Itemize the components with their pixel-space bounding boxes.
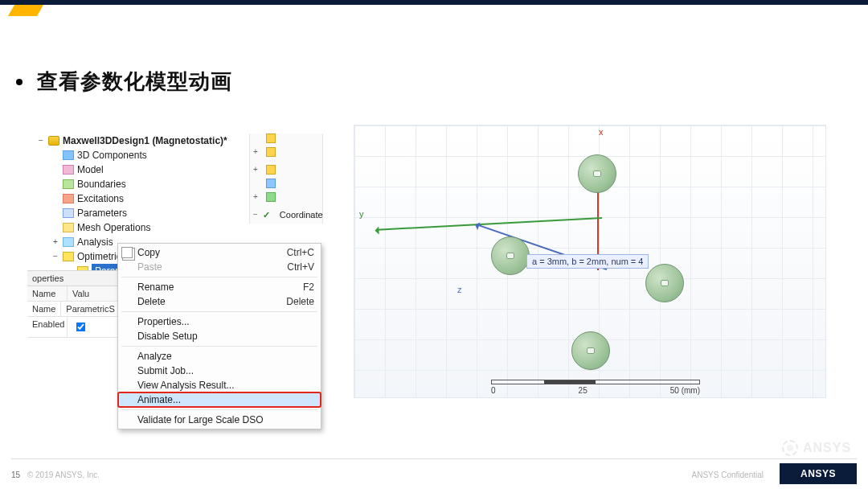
slide-top-border [0,0,868,5]
tree2-row[interactable] [250,179,322,188]
solid-icon [266,179,276,188]
cylinder-object[interactable] [578,154,616,193]
context-menu[interactable]: CopyCtrl+C PasteCtrl+V RenameF2 DeleteDe… [117,243,321,429]
scale-tick-1: 25 [579,386,588,395]
tree-root-label: Maxwell3DDesign1 (Magnetostatic)* [63,134,227,148]
ctx-separator [121,346,317,347]
watermark-logo: ANSYS [776,438,857,458]
analysis-icon [63,237,74,247]
scale-tick-2: 50 (mm) [670,386,700,395]
ctx-delete[interactable]: DeleteDelete [118,294,321,309]
tree-item-excitations[interactable]: Excitations [37,191,246,206]
confidential-text: ANSYS Confidential [692,471,764,479]
ctx-disable-setup[interactable]: Disable Setup [118,329,321,343]
ctx-animate[interactable]: Animate... [118,392,321,407]
mesh-icon [63,223,74,232]
property-row-enabled[interactable]: Enabled [27,317,117,338]
cylinder-object[interactable] [491,236,530,275]
tree-root[interactable]: − Maxwell3DDesign1 (Magnetostatic)* [37,134,246,148]
axis-z-label: z [457,285,462,294]
properties-header: Name Valu [27,286,117,302]
axis-y-label: y [359,209,364,219]
property-label: Enabled [27,317,68,337]
ctx-paste: PasteCtrl+V [118,260,321,274]
tree-item-3d-components[interactable]: 3D Components [37,148,246,162]
tree2-row[interactable]: + [250,161,322,179]
ctx-copy[interactable]: CopyCtrl+C [118,245,321,260]
enabled-checkbox[interactable] [76,323,86,332]
slide-title-row: 查看参数化模型动画 [16,68,232,96]
parametric-info-label: a = 3mm, b = 2mm, num = 4 [526,254,649,269]
expand-icon[interactable]: + [51,235,59,249]
properties-title: operties [27,271,117,286]
properties-col-value: Valu [68,286,117,301]
solid-icon [266,192,276,202]
solid-icon [266,147,276,157]
cylinder-object[interactable] [645,264,684,302]
optimetrics-icon [63,252,74,261]
slide-accent-shape [11,5,40,16]
ctx-submit-job[interactable]: Submit Job... [118,364,321,378]
axis-x-label: x [599,127,604,137]
properties-panel: operties Name Valu Name ParametricS Enab… [27,270,117,338]
tree-item-boundaries[interactable]: Boundaries [37,177,246,191]
ctx-separator [121,409,317,410]
property-row-name[interactable]: Name ParametricS [27,302,117,317]
tree2-row[interactable] [250,134,322,143]
tree-item-model[interactable]: Model [37,162,246,177]
ctx-separator [121,311,317,312]
collapse-icon[interactable]: − [51,249,59,264]
ctx-properties[interactable]: Properties... [118,314,321,329]
tree2-row[interactable]: + [250,143,322,161]
model-icon [63,165,74,175]
maxwell3d-icon [48,136,59,146]
cylinder-object[interactable] [571,331,610,370]
tree-item-parameters[interactable]: Parameters [37,206,246,220]
ctx-separator [121,277,317,277]
ctx-analyze[interactable]: Analyze [118,349,321,364]
scale-bar: 0 25 50 (mm) [491,380,700,392]
watermark-circle-icon [782,440,798,456]
excitations-icon [63,194,74,203]
scale-bar-segments [491,380,700,384]
property-value[interactable] [68,317,117,337]
slide-title: 查看参数化模型动画 [37,68,232,96]
solid-icon [266,165,276,175]
tree2-row[interactable]: + [250,188,322,206]
check-icon: ✓ [263,206,270,224]
components-icon [63,150,74,160]
slide-number: 15 © 2019 ANSYS, Inc. [11,471,100,479]
tree2-row[interactable]: −✓Coordinate [250,206,322,224]
footer-divider [11,458,857,459]
ansys-logo: ANSYS [780,463,857,484]
property-value: ParametricS [61,302,120,316]
ctx-view-analysis-result[interactable]: View Analysis Result... [118,378,321,392]
secondary-tree[interactable]: + + + −✓Coordinate [249,134,323,224]
solid-icon [266,134,276,143]
ctx-rename[interactable]: RenameF2 [118,280,321,294]
collapse-icon[interactable]: − [37,134,45,148]
parameters-icon [63,208,74,218]
ctx-validate-dso[interactable]: Validate for Large Scale DSO [118,413,321,427]
boundaries-icon [63,179,74,189]
copy-icon [121,247,133,258]
properties-col-name: Name [27,286,68,301]
copyright-text: © 2019 ANSYS, Inc. [27,471,100,479]
tree-item-mesh-operations[interactable]: Mesh Operations [37,220,246,235]
property-label: Name [27,302,61,316]
bullet-icon [16,79,23,85]
model-viewport[interactable]: x y z a = 3mm, b = 2mm, num = 4 0 25 50 … [354,125,826,398]
coordinate-systems-label: Coordinate [275,206,323,224]
scale-tick-0: 0 [491,386,496,395]
